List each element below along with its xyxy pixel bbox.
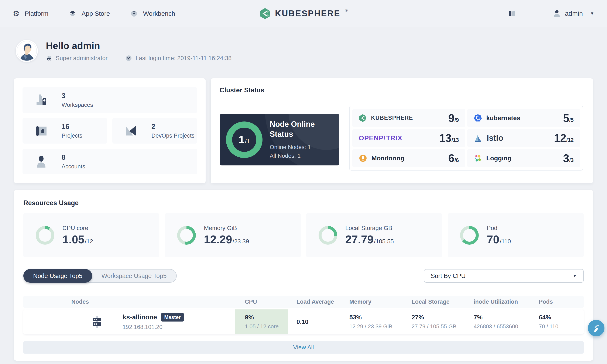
storage-percent: 27% xyxy=(412,314,474,321)
nav-item-app-store[interactable]: App Store xyxy=(69,10,110,17)
gauge-total: /12 xyxy=(85,238,93,245)
gear-icon: ⚙ xyxy=(13,10,20,17)
pods-detail: 70 / 110 xyxy=(539,323,584,330)
stat-text: 16 Projects xyxy=(62,123,82,139)
stat-projects[interactable]: 16 Projects xyxy=(23,118,107,144)
user-menu[interactable]: admin ▼ xyxy=(553,9,594,18)
component-count-total: /3 xyxy=(569,157,574,163)
stats-grid: 3 Workspaces 16 Projects xyxy=(23,87,197,174)
node-online-ratio: 1 /1 xyxy=(239,134,250,146)
gauge-value: 70 /110 xyxy=(487,233,511,246)
component-name: KUBESPHERE xyxy=(371,115,413,121)
gauge-total: /105.55 xyxy=(374,238,394,245)
account-stats-card: 3 Workspaces 16 Projects xyxy=(14,78,206,183)
storage-gauge-ring xyxy=(319,226,337,245)
column-header-nodes: Nodes xyxy=(23,299,235,305)
kubesphere-logo[interactable]: KUBESPHERE ® xyxy=(259,8,348,19)
stat-devops-projects[interactable]: 2 DevOps Projects xyxy=(112,118,197,144)
node-ip: 192.168.101.20 xyxy=(123,324,184,330)
load-average-value: 0.10 xyxy=(297,318,349,325)
gauge-info: CPU core 1.05 /12 xyxy=(63,225,93,246)
gauge-value: 12.29 /23.39 xyxy=(204,233,249,246)
component-count-value: 5 xyxy=(563,112,569,124)
gauge-used: 12.29 xyxy=(204,233,232,246)
pods-percent: 64% xyxy=(539,314,584,321)
cpu-gauge-ring xyxy=(36,226,54,245)
resource-gauges: CPU core 1.05 /12 Memory GiB 12.29 /23.3… xyxy=(23,213,584,257)
accounts-icon xyxy=(34,154,49,169)
inode-percent: 7% xyxy=(474,314,535,321)
component-count: 3 /3 xyxy=(563,152,574,165)
node-online-value: 1 xyxy=(239,134,245,146)
stat-label: Projects xyxy=(62,132,82,139)
component-count-value: 6 xyxy=(448,152,454,165)
component-name: Monitoring xyxy=(372,155,404,162)
istio-icon xyxy=(474,134,483,143)
logging-icon xyxy=(474,154,482,162)
inode-detail: 426803 / 6553600 xyxy=(474,323,535,330)
node-usage-table: Nodes CPU Load Average Memory Local Stor… xyxy=(23,296,584,354)
component-openpitrix: OPENP!TRIX 13 /13 xyxy=(352,129,465,147)
tab-node-usage-top5[interactable]: Node Usage Top5 xyxy=(23,269,92,283)
gauge-memory: Memory GiB 12.29 /23.39 xyxy=(165,213,301,257)
memory-percent: 53% xyxy=(349,314,412,321)
node-name-row: ks-allinone Master xyxy=(123,313,184,322)
page-title: Hello admin xyxy=(46,40,232,52)
component-count: 6 /6 xyxy=(448,152,459,165)
server-node-icon xyxy=(90,315,104,328)
kubernetes-icon xyxy=(474,114,482,122)
local-storage-cell: 27% 27.79 / 105.55 GB xyxy=(412,309,474,334)
node-meta: ks-allinone Master 192.168.101.20 xyxy=(123,313,184,330)
last-login-label: Last login time: 2019-11-11 16:24:38 xyxy=(136,55,232,62)
cluster-components-panel: KUBESPHERE 9 /9 kubernetes xyxy=(349,106,583,170)
view-all-button[interactable]: View All xyxy=(23,341,584,354)
workbench-gauge-icon xyxy=(130,10,138,17)
toolbox-fab-button[interactable] xyxy=(588,320,605,336)
nav-item-label: Workbench xyxy=(143,10,175,17)
component-logging: Logging 3 /3 xyxy=(467,149,580,167)
stat-label: Accounts xyxy=(62,163,85,170)
sort-by-select[interactable]: Sort By CPU ▼ xyxy=(424,269,584,283)
nav-item-workbench[interactable]: Workbench xyxy=(130,10,175,17)
memory-gauge-ring xyxy=(177,226,196,245)
resources-usage-title: Resources Usage xyxy=(23,199,584,207)
gauge-cpu: CPU core 1.05 /12 xyxy=(23,213,159,257)
load-average-cell: 0.10 xyxy=(288,309,349,334)
stat-value: 3 xyxy=(62,92,93,100)
gauge-info: Local Storage GB 27.79 /105.55 xyxy=(345,225,394,246)
nav-item-platform[interactable]: ⚙ Platform xyxy=(13,10,48,17)
node-cell: ks-allinone Master 192.168.101.20 xyxy=(23,309,235,334)
component-name: Istio xyxy=(487,134,503,143)
node-name[interactable]: ks-allinone xyxy=(123,313,157,321)
usage-tabs: Node Usage Top5 Workspace Usage Top5 xyxy=(23,269,177,283)
chevron-down-icon: ▼ xyxy=(573,273,577,278)
user-name: admin xyxy=(565,10,583,17)
cpu-detail: 1.05 / 12 core xyxy=(245,323,288,330)
component-count-total: /9 xyxy=(454,117,459,123)
greeting-header: Hello admin Super administrator xyxy=(16,40,232,62)
gauge-info: Memory GiB 12.29 /23.39 xyxy=(204,225,249,246)
stat-text: 8 Accounts xyxy=(62,153,85,170)
avatar xyxy=(16,40,38,62)
component-count-total: /12 xyxy=(566,137,574,143)
tab-workspace-usage-top5[interactable]: Workspace Usage Top5 xyxy=(92,270,177,282)
table-row[interactable]: ks-allinone Master 192.168.101.20 9% 1.0… xyxy=(23,309,584,334)
master-badge: Master xyxy=(161,313,184,322)
column-header-inode-utilization: inode Utilization xyxy=(474,299,535,305)
node-online-title: Node Online Status xyxy=(270,119,339,139)
gauge-used: 27.79 xyxy=(345,233,374,246)
inode-utilization-cell: 7% 426803 / 6553600 xyxy=(474,309,535,334)
stat-accounts[interactable]: 8 Accounts xyxy=(23,149,197,174)
nav-right: admin ▼ xyxy=(507,9,594,18)
memory-detail: 12.29 / 23.39 GiB xyxy=(349,323,412,330)
gauge-label: CPU core xyxy=(63,225,93,232)
node-online-status-card: 1 /1 Node Online Status Online Nodes: 1 … xyxy=(220,114,339,165)
stat-text: 3 Workspaces xyxy=(62,92,93,108)
role-meta: Super administrator xyxy=(46,55,107,62)
top-nav: ⚙ Platform App Store Workbench xyxy=(0,0,607,27)
stat-value: 8 xyxy=(62,153,85,161)
node-online-total: /1 xyxy=(245,138,250,145)
docs-icon[interactable] xyxy=(507,9,517,18)
component-count-value: 12 xyxy=(554,132,566,144)
stat-workspaces[interactable]: 3 Workspaces xyxy=(23,87,197,113)
